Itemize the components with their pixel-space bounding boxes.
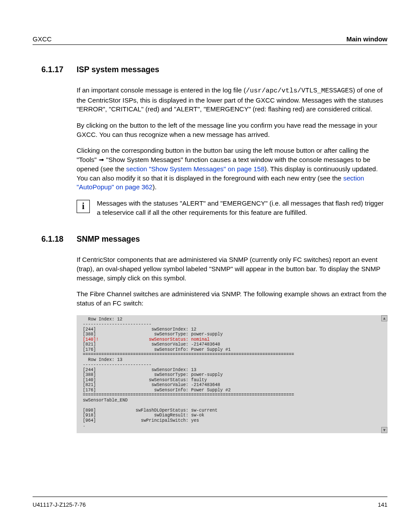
- section-title: ISP system messages: [77, 65, 159, 74]
- info-text: Messages with the statuses "ALERT" and "…: [97, 199, 387, 217]
- section-number: 6.1.17: [33, 65, 77, 74]
- console-output-container: Row Index: 12 --------------------------…: [77, 315, 387, 433]
- footer-page-number: 141: [378, 501, 387, 508]
- snmp-paragraph-1: If CentricStor components that are admin…: [77, 255, 387, 283]
- isp-paragraph-3: Clicking on the corresponding button in …: [77, 146, 387, 191]
- log-file-path: /usr/apc/vtls/VTLS_MESSAGES: [246, 87, 353, 95]
- info-icon: i: [77, 200, 90, 213]
- section-number: 6.1.18: [33, 235, 77, 244]
- section-snmp-heading: 6.1.18 SNMP messages: [33, 235, 387, 244]
- snmp-paragraph-2: The Fibre Channel switches are administe…: [77, 290, 387, 308]
- isp-paragraph-2: By clicking on the button to the left of…: [77, 121, 387, 139]
- console-alert-line: [140]! swSensorStatus: nominal: [80, 337, 210, 342]
- info-note: i Messages with the statuses "ALERT" and…: [77, 199, 387, 217]
- scroll-down-icon[interactable]: ▼: [381, 427, 387, 433]
- page-footer: U41117-J-Z125-7-76 141: [33, 497, 387, 508]
- section-isp-heading: 6.1.17 ISP system messages: [33, 65, 387, 74]
- footer-doc-id: U41117-J-Z125-7-76: [33, 501, 86, 508]
- section-title: SNMP messages: [77, 235, 140, 244]
- page-header: GXCC Main window: [33, 35, 387, 45]
- section-snmp-body: If CentricStor components that are admin…: [77, 255, 387, 308]
- header-right: Main window: [346, 35, 387, 43]
- header-left: GXCC: [33, 35, 52, 43]
- link-show-system-messages[interactable]: section "Show System Messages" on page 1…: [126, 165, 265, 173]
- section-isp-body: If an important console message is enter…: [77, 86, 387, 192]
- console-output: Row Index: 12 --------------------------…: [77, 315, 387, 433]
- isp-paragraph-1: If an important console message is enter…: [77, 86, 387, 114]
- scroll-up-icon[interactable]: ▲: [381, 315, 387, 321]
